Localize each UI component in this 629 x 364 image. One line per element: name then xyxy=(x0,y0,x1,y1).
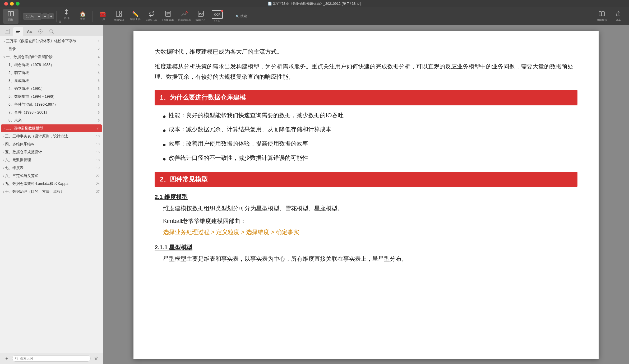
window-title: 📄 3万字38页《数据仓库知识体系》_20210912 (第 7 / 38 页) xyxy=(268,1,361,6)
nav-icon xyxy=(63,9,70,16)
toc-item-3[interactable]: 1、概念阶段（1978-1988）5 xyxy=(0,61,103,69)
page-display-icon xyxy=(599,11,605,17)
toc-page-num: 18 xyxy=(96,158,100,162)
edit-tools-button[interactable]: ✏️ 编辑工具 xyxy=(128,9,143,24)
ocr-dot xyxy=(221,10,223,12)
sidebar-tab-search[interactable] xyxy=(47,27,57,36)
add-page-button[interactable]: ＋ xyxy=(3,355,10,362)
convert-icon xyxy=(149,11,155,17)
toc-item-5[interactable]: 3、集成阶段5 xyxy=(0,77,103,85)
sidebar-tabs: Aa xyxy=(0,25,103,36)
subsection-2-1-text2: Kimball老爷爷维度建模四部曲： xyxy=(163,216,577,226)
sidebar-tab-annotation[interactable] xyxy=(35,27,45,36)
sidebar: Aa ∨ 三万字《数据仓库知识体系》轻松拿下字节...1目录2∨ 一、数据仓库的… xyxy=(0,25,103,364)
toc-item-18[interactable]: › 九、数据仓库架构-Lambda和 和Kappa24 xyxy=(0,180,103,188)
para2: 维度建模从分析决策的需求出发构建模型，为分析需求服务。重点关注用户如何快速的完成… xyxy=(155,61,577,82)
search-toolbar-icon: 🔍 xyxy=(236,15,239,18)
toc-arrow: › xyxy=(4,127,5,130)
toc-item-8[interactable]: 6、争吵与混乱（1996-1997）6 xyxy=(0,101,103,109)
toc-text: 5、数据集市（1994－1996） xyxy=(8,94,57,99)
toc-item-6[interactable]: 4、确立阶段（1991）5 xyxy=(0,85,103,93)
toc-text: 三万字《数据仓库知识体系》轻松拿下字节... xyxy=(6,39,80,44)
close-button[interactable] xyxy=(4,2,8,6)
bullet-dot: ● xyxy=(163,125,166,136)
minimize-button[interactable] xyxy=(10,2,14,6)
para1: 大数据时代，维度建模已成为各大厂的主流方式。 xyxy=(155,46,577,57)
toc-item-7[interactable]: 5、数据集市（1994－1996）6 xyxy=(0,93,103,101)
svg-rect-13 xyxy=(599,12,602,16)
toc-item-9[interactable]: 7、合并（1998－2001）6 xyxy=(0,109,103,116)
toc-item-11[interactable]: › 二、四种常见数据模型7 xyxy=(1,124,102,132)
zoom-select[interactable]: 155% 100% 75% xyxy=(23,13,41,20)
delete-button[interactable]: 🗑 xyxy=(93,355,100,362)
bullet-item-1: ●成本：减少数据冗余、计算结果复用、从而降低存储和计算成本 xyxy=(163,124,577,136)
toc-item-13[interactable]: › 四、多维体系结构13 xyxy=(0,140,103,148)
pdf-area[interactable]: 大数据时代，维度建模已成为各大厂的主流方式。 维度建模从分析决策的需求出发构建模… xyxy=(103,25,629,364)
share-label: 分享 xyxy=(616,18,621,22)
tools-label: 工具 xyxy=(100,17,105,21)
home-button[interactable]: 🏠 主页 xyxy=(75,9,90,24)
toc-page-num: 6 xyxy=(98,103,100,106)
panel-button[interactable]: 面板 xyxy=(3,9,18,24)
sep3 xyxy=(92,11,93,22)
nav-button[interactable]: 上一页/下一页 xyxy=(59,9,74,24)
sidebar-tab-text[interactable]: Aa xyxy=(24,27,34,36)
toc-item-17[interactable]: › 八、三范式与反范式22 xyxy=(0,172,103,180)
sidebar-tab-toc[interactable] xyxy=(13,27,23,36)
bullet-text: 效率：改善用户使用数据的体验，提高使用数据的效率 xyxy=(169,138,308,150)
page-edit-button[interactable]: 页面编辑 xyxy=(111,9,127,24)
toolbar: 面板 155% 100% 75% − + 上一页/下一页 🏠 xyxy=(0,7,629,25)
subsection-2-1-link[interactable]: 选择业务处理过程 > 定义粒度 > 选择维度 > 确定事实 xyxy=(163,228,577,236)
tools-button[interactable]: 🧰 工具 xyxy=(95,9,110,24)
maximize-button[interactable] xyxy=(16,2,20,6)
toc-item-2[interactable]: ∨ 一、数据仓库的8个发展阶段4 xyxy=(0,53,103,61)
page-display-button[interactable]: 页面显示 xyxy=(594,9,609,24)
toc-text: 6、争吵与混乱（1996-1997） xyxy=(8,102,58,107)
toc-item-12[interactable]: › 三、三种事实表（设计原则，设计方法）10 xyxy=(0,132,103,140)
toc-arrow: ∨ xyxy=(3,56,5,59)
toc-arrow: › xyxy=(3,190,4,193)
form-button[interactable]: Form表单 xyxy=(160,9,176,24)
toc-item-4[interactable]: 2、萌芽阶段5 xyxy=(0,69,103,77)
sidebar-search-input[interactable] xyxy=(20,357,88,360)
toc-text: 一、数据仓库的8个发展阶段 xyxy=(6,55,53,59)
toc-text: 四、多维体系结构 xyxy=(5,142,35,147)
page-edit-icon xyxy=(116,11,122,17)
toc-item-1[interactable]: 目录2 xyxy=(0,45,103,53)
ocr-icon: OCR xyxy=(212,10,223,19)
panel-label: 面板 xyxy=(8,18,13,22)
home-label: 主页 xyxy=(80,17,85,21)
toc-item-14[interactable]: › 五、数据仓库规范设计15 xyxy=(0,148,103,156)
edit-pdf-label: 编辑PDF xyxy=(196,18,206,22)
edit-pdf-button[interactable]: PDF 编辑PDF xyxy=(193,9,209,24)
sep2 xyxy=(56,11,57,22)
toc-text: 4、确立阶段（1991） xyxy=(8,86,45,91)
toc-page-num: 5 xyxy=(98,79,100,83)
toc-item-19[interactable]: › 十、数据治理（目的、方法、流程）27 xyxy=(0,188,103,196)
toc-item-15[interactable]: › 六、元数据管理18 xyxy=(0,156,103,164)
toc-page-num: 5 xyxy=(98,63,100,67)
toc-item-16[interactable]: › 七、维度表19 xyxy=(0,164,103,172)
zoom-plus-button[interactable]: + xyxy=(48,13,54,19)
section2-header: 2、四种常见模型 xyxy=(155,172,577,187)
ocr-button[interactable]: OCR OCR xyxy=(210,9,225,24)
search-toolbar-button[interactable]: 🔍 搜索 xyxy=(229,9,253,24)
svg-rect-3 xyxy=(119,11,122,13)
share-button[interactable]: 分享 xyxy=(610,9,626,24)
toc-page-num: 6 xyxy=(98,119,100,122)
toc-text: 十、数据治理（目的、方法、流程） xyxy=(5,189,64,194)
toc-text: 8、未来 xyxy=(8,118,22,123)
ocr-label: OCR xyxy=(214,20,220,22)
sep4 xyxy=(227,11,227,22)
search-toolbar-label: 搜索 xyxy=(240,14,247,18)
sidebar-search-box[interactable] xyxy=(12,355,91,362)
sign-button[interactable]: 填写和签名 xyxy=(177,9,192,24)
svg-rect-15 xyxy=(5,29,9,34)
svg-rect-1 xyxy=(11,11,13,16)
toc-item-10[interactable]: 8、未来6 xyxy=(0,116,103,124)
convert-button[interactable]: 转档工具 xyxy=(144,9,159,24)
sidebar-tab-thumbnail[interactable] xyxy=(2,27,12,36)
svg-line-25 xyxy=(17,359,18,360)
toc-item-0[interactable]: ∨ 三万字《数据仓库知识体系》轻松拿下字节...1 xyxy=(0,37,103,45)
zoom-minus-button[interactable]: − xyxy=(42,13,48,19)
